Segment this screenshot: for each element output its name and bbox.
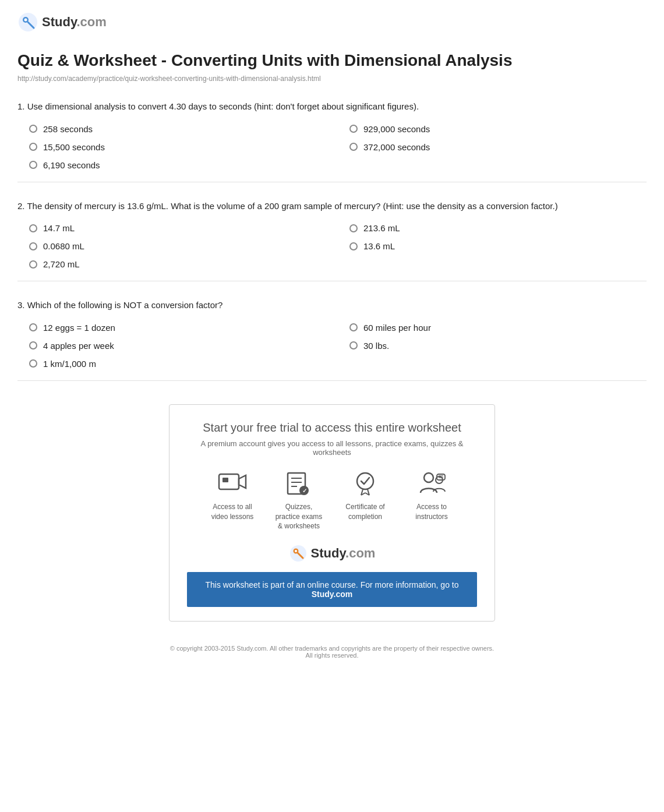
logo-icon: [17, 12, 38, 33]
quiz-icon: ✓: [283, 471, 315, 496]
answer-option[interactable]: 6,190 seconds: [29, 160, 326, 170]
feature-video: Access to all video lessons: [206, 471, 259, 531]
promo-logo: Study.com: [187, 544, 477, 563]
promo-logo-text: Study.com: [311, 546, 376, 561]
footer-text: © copyright 2003-2015 Study.com. All oth…: [23, 645, 641, 652]
svg-marker-4: [239, 475, 246, 488]
answer-option[interactable]: 0.0680 mL: [29, 241, 326, 251]
radio-button[interactable]: [29, 161, 37, 169]
questions-container: 1. Use dimensional analysis to convert 4…: [17, 100, 647, 381]
radio-button[interactable]: [29, 260, 37, 269]
answer-option[interactable]: 213.6 mL: [349, 223, 647, 233]
answer-option[interactable]: 15,500 seconds: [29, 142, 326, 152]
instructor-icon: [416, 471, 447, 496]
logo-text: Study.com: [42, 15, 107, 30]
answer-label: 14.7 mL: [43, 223, 75, 233]
answer-option[interactable]: 929,000 seconds: [349, 124, 647, 134]
question-2: 2. The density of mercury is 13.6 g/mL. …: [17, 200, 647, 282]
svg-rect-5: [222, 478, 228, 482]
answer-option[interactable]: 13.6 mL: [349, 241, 647, 251]
answer-label: 929,000 seconds: [363, 124, 430, 134]
feature-quiz-label: Quizzes, practice exams & worksheets: [273, 502, 325, 531]
promo-subtitle: A premium account gives you access to al…: [187, 439, 477, 457]
radio-button[interactable]: [29, 224, 37, 232]
banner-text: This worksheet is part of an online cour…: [206, 580, 459, 589]
radio-button[interactable]: [349, 242, 358, 250]
radio-button[interactable]: [29, 143, 37, 151]
answer-label: 60 miles per hour: [363, 323, 431, 333]
answer-label: 30 lbs.: [363, 341, 389, 351]
svg-point-12: [357, 473, 373, 489]
answer-label: 0.0680 mL: [43, 241, 84, 251]
radio-button[interactable]: [349, 341, 358, 349]
answer-label: 12 eggs = 1 dozen: [43, 323, 115, 333]
promo-box: Start your free trial to access this ent…: [169, 404, 495, 622]
radio-button[interactable]: [29, 242, 37, 250]
question-text-3: 3. Which of the following is NOT a conve…: [17, 299, 647, 312]
answer-option[interactable]: 2,720 mL: [29, 259, 326, 269]
radio-button[interactable]: [29, 359, 37, 368]
bottom-banner: This worksheet is part of an online cour…: [187, 572, 477, 607]
answers-grid-2: 14.7 mL213.6 mL0.0680 mL13.6 mL2,720 mL: [17, 223, 647, 269]
answer-label: 6,190 seconds: [43, 160, 100, 170]
answer-label: 372,000 seconds: [363, 142, 430, 152]
question-3: 3. Which of the following is NOT a conve…: [17, 299, 647, 381]
svg-point-17: [424, 473, 433, 482]
answer-option[interactable]: 1 km/1,000 m: [29, 359, 326, 369]
answer-option[interactable]: 60 miles per hour: [349, 323, 647, 333]
question-1: 1. Use dimensional analysis to convert 4…: [17, 100, 647, 182]
feature-quiz: ✓ Quizzes, practice exams & worksheets: [273, 471, 325, 531]
page-url: http://study.com/academy/practice/quiz-w…: [17, 75, 647, 83]
feature-certificate-label: Certificate of completion: [339, 502, 391, 522]
svg-rect-3: [219, 474, 239, 489]
radio-button[interactable]: [349, 224, 358, 232]
answer-option[interactable]: 12 eggs = 1 dozen: [29, 323, 326, 333]
svg-text:✓: ✓: [302, 488, 307, 494]
radio-button[interactable]: [349, 323, 358, 331]
feature-instructor: Access to instructors: [405, 471, 458, 531]
footer: © copyright 2003-2015 Study.com. All oth…: [17, 639, 647, 665]
feature-certificate: Certificate of completion: [339, 471, 391, 531]
radio-button[interactable]: [349, 125, 358, 133]
radio-button[interactable]: [29, 125, 37, 133]
promo-logo-icon: [289, 544, 308, 563]
promo-features: Access to all video lessons ✓ Quizzes, p…: [187, 471, 477, 531]
answer-label: 2,720 mL: [43, 259, 80, 269]
svg-point-2: [24, 19, 27, 22]
certificate-icon: [349, 471, 381, 496]
answer-label: 258 seconds: [43, 124, 93, 134]
answer-option[interactable]: 4 apples per week: [29, 341, 326, 351]
answer-label: 13.6 mL: [363, 241, 395, 251]
answer-option[interactable]: 30 lbs.: [349, 341, 647, 351]
promo-title: Start your free trial to access this ent…: [187, 421, 477, 435]
answer-label: 4 apples per week: [43, 341, 114, 351]
logo-area: Study.com: [17, 12, 647, 33]
feature-instructor-label: Access to instructors: [405, 502, 458, 522]
svg-point-24: [295, 550, 297, 552]
radio-button[interactable]: [29, 341, 37, 349]
answer-label: 15,500 seconds: [43, 142, 105, 152]
video-icon: [217, 471, 248, 496]
answer-option[interactable]: 258 seconds: [29, 124, 326, 134]
answer-option[interactable]: 372,000 seconds: [349, 142, 647, 152]
answers-grid-3: 12 eggs = 1 dozen60 miles per hour4 appl…: [17, 323, 647, 369]
answer-label: 1 km/1,000 m: [43, 359, 96, 369]
answer-option[interactable]: 14.7 mL: [29, 223, 326, 233]
radio-button[interactable]: [29, 323, 37, 331]
answers-grid-1: 258 seconds929,000 seconds15,500 seconds…: [17, 124, 647, 170]
question-text-1: 1. Use dimensional analysis to convert 4…: [17, 100, 647, 114]
page-title: Quiz & Worksheet - Converting Units with…: [17, 50, 647, 71]
question-text-2: 2. The density of mercury is 13.6 g/mL. …: [17, 200, 647, 213]
footer-text2: All rights reserved.: [23, 652, 641, 659]
feature-video-label: Access to all video lessons: [206, 502, 259, 522]
radio-button[interactable]: [349, 143, 358, 151]
answer-label: 213.6 mL: [363, 223, 400, 233]
banner-link[interactable]: Study.com: [312, 589, 353, 599]
